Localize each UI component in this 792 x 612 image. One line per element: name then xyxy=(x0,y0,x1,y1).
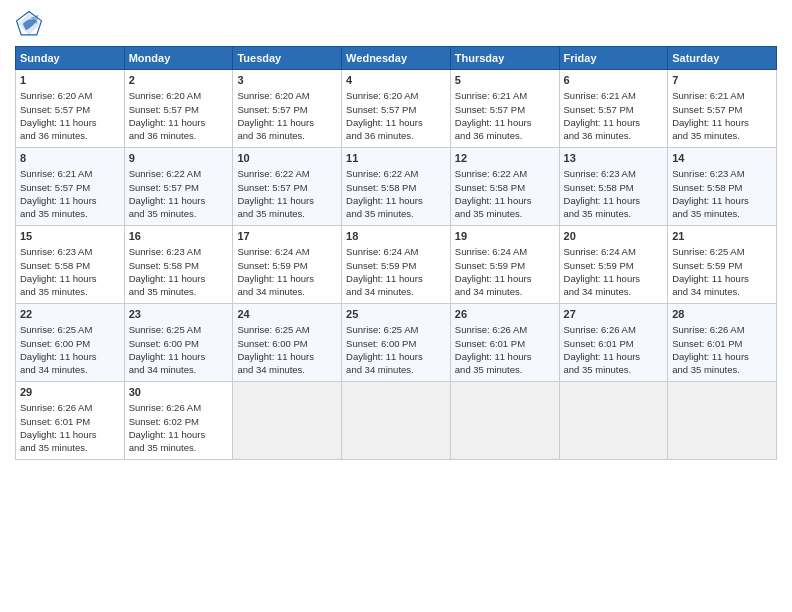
day-info-line: Sunrise: 6:20 AM xyxy=(129,89,229,102)
day-info-line: Sunrise: 6:22 AM xyxy=(237,167,337,180)
calendar-body: 1Sunrise: 6:20 AMSunset: 5:57 PMDaylight… xyxy=(16,70,777,460)
day-info-line: Sunset: 5:58 PM xyxy=(455,181,555,194)
header xyxy=(15,10,777,38)
calendar-cell: 23Sunrise: 6:25 AMSunset: 6:00 PMDayligh… xyxy=(124,304,233,382)
day-info-line: Daylight: 11 hours xyxy=(237,194,337,207)
day-info-line: and 34 minutes. xyxy=(564,285,664,298)
day-info-line: Sunrise: 6:21 AM xyxy=(672,89,772,102)
day-info-line: Daylight: 11 hours xyxy=(346,194,446,207)
day-info-line: Daylight: 11 hours xyxy=(237,272,337,285)
day-info-line: and 35 minutes. xyxy=(672,207,772,220)
day-info-line: Sunrise: 6:25 AM xyxy=(672,245,772,258)
day-info-line: Sunset: 6:00 PM xyxy=(20,337,120,350)
day-number: 22 xyxy=(20,307,120,322)
day-info-line: Daylight: 11 hours xyxy=(129,272,229,285)
day-info-line: Sunset: 5:57 PM xyxy=(564,103,664,116)
calendar-cell: 8Sunrise: 6:21 AMSunset: 5:57 PMDaylight… xyxy=(16,148,125,226)
day-info-line: Sunrise: 6:22 AM xyxy=(129,167,229,180)
day-number: 20 xyxy=(564,229,664,244)
day-info-line: and 34 minutes. xyxy=(20,363,120,376)
day-info-line: Sunset: 5:57 PM xyxy=(20,103,120,116)
day-info-line: Sunrise: 6:23 AM xyxy=(129,245,229,258)
day-info-line: Sunset: 5:57 PM xyxy=(237,181,337,194)
day-number: 30 xyxy=(129,385,229,400)
day-info-line: and 35 minutes. xyxy=(455,207,555,220)
calendar-cell: 28Sunrise: 6:26 AMSunset: 6:01 PMDayligh… xyxy=(668,304,777,382)
day-info-line: Sunset: 5:59 PM xyxy=(672,259,772,272)
day-info-line: Daylight: 11 hours xyxy=(455,350,555,363)
day-header-saturday: Saturday xyxy=(668,47,777,70)
day-info-line: and 34 minutes. xyxy=(237,285,337,298)
day-info-line: and 35 minutes. xyxy=(20,441,120,454)
day-info-line: Daylight: 11 hours xyxy=(129,350,229,363)
day-info-line: Sunset: 5:57 PM xyxy=(129,103,229,116)
day-header-tuesday: Tuesday xyxy=(233,47,342,70)
day-info-line: and 35 minutes. xyxy=(455,363,555,376)
day-info-line: Sunset: 5:58 PM xyxy=(129,259,229,272)
day-number: 6 xyxy=(564,73,664,88)
day-number: 26 xyxy=(455,307,555,322)
day-info-line: Sunrise: 6:20 AM xyxy=(237,89,337,102)
day-info-line: and 34 minutes. xyxy=(129,363,229,376)
day-info-line: and 34 minutes. xyxy=(346,363,446,376)
calendar-cell: 3Sunrise: 6:20 AMSunset: 5:57 PMDaylight… xyxy=(233,70,342,148)
calendar-cell: 27Sunrise: 6:26 AMSunset: 6:01 PMDayligh… xyxy=(559,304,668,382)
day-number: 14 xyxy=(672,151,772,166)
calendar-cell: 25Sunrise: 6:25 AMSunset: 6:00 PMDayligh… xyxy=(342,304,451,382)
day-info-line: Daylight: 11 hours xyxy=(455,272,555,285)
calendar-row: 1Sunrise: 6:20 AMSunset: 5:57 PMDaylight… xyxy=(16,70,777,148)
day-info-line: and 35 minutes. xyxy=(346,207,446,220)
day-info-line: Sunrise: 6:24 AM xyxy=(455,245,555,258)
day-info-line: Daylight: 11 hours xyxy=(237,350,337,363)
calendar-cell: 10Sunrise: 6:22 AMSunset: 5:57 PMDayligh… xyxy=(233,148,342,226)
calendar-cell: 29Sunrise: 6:26 AMSunset: 6:01 PMDayligh… xyxy=(16,382,125,460)
day-info-line: and 35 minutes. xyxy=(20,285,120,298)
day-number: 13 xyxy=(564,151,664,166)
day-info-line: Daylight: 11 hours xyxy=(346,272,446,285)
day-info-line: Sunrise: 6:22 AM xyxy=(346,167,446,180)
day-info-line: and 35 minutes. xyxy=(672,129,772,142)
day-number: 10 xyxy=(237,151,337,166)
day-info-line: Sunrise: 6:21 AM xyxy=(20,167,120,180)
day-info-line: Daylight: 11 hours xyxy=(346,116,446,129)
calendar-cell: 5Sunrise: 6:21 AMSunset: 5:57 PMDaylight… xyxy=(450,70,559,148)
day-info-line: and 36 minutes. xyxy=(129,129,229,142)
day-info-line: Sunrise: 6:25 AM xyxy=(129,323,229,336)
day-info-line: Sunset: 6:01 PM xyxy=(20,415,120,428)
day-info-line: and 35 minutes. xyxy=(129,285,229,298)
day-info-line: Daylight: 11 hours xyxy=(564,272,664,285)
day-info-line: Sunset: 6:01 PM xyxy=(672,337,772,350)
calendar-cell xyxy=(342,382,451,460)
day-info-line: Sunset: 5:58 PM xyxy=(346,181,446,194)
day-info-line: Sunrise: 6:24 AM xyxy=(564,245,664,258)
calendar-cell: 11Sunrise: 6:22 AMSunset: 5:58 PMDayligh… xyxy=(342,148,451,226)
day-header-wednesday: Wednesday xyxy=(342,47,451,70)
day-number: 5 xyxy=(455,73,555,88)
day-number: 19 xyxy=(455,229,555,244)
day-info-line: and 35 minutes. xyxy=(672,363,772,376)
calendar-cell: 26Sunrise: 6:26 AMSunset: 6:01 PMDayligh… xyxy=(450,304,559,382)
day-info-line: and 35 minutes. xyxy=(564,207,664,220)
day-info-line: and 34 minutes. xyxy=(455,285,555,298)
calendar-cell: 17Sunrise: 6:24 AMSunset: 5:59 PMDayligh… xyxy=(233,226,342,304)
day-number: 16 xyxy=(129,229,229,244)
day-info-line: and 35 minutes. xyxy=(237,207,337,220)
day-info-line: Sunset: 6:00 PM xyxy=(129,337,229,350)
day-info-line: Sunset: 5:59 PM xyxy=(455,259,555,272)
day-number: 23 xyxy=(129,307,229,322)
day-number: 11 xyxy=(346,151,446,166)
calendar-cell: 2Sunrise: 6:20 AMSunset: 5:57 PMDaylight… xyxy=(124,70,233,148)
day-info-line: Sunrise: 6:20 AM xyxy=(20,89,120,102)
day-number: 7 xyxy=(672,73,772,88)
day-info-line: Daylight: 11 hours xyxy=(129,194,229,207)
day-info-line: and 34 minutes. xyxy=(237,363,337,376)
day-number: 8 xyxy=(20,151,120,166)
calendar-cell: 15Sunrise: 6:23 AMSunset: 5:58 PMDayligh… xyxy=(16,226,125,304)
day-info-line: Sunset: 6:02 PM xyxy=(129,415,229,428)
day-number: 9 xyxy=(129,151,229,166)
day-number: 15 xyxy=(20,229,120,244)
day-info-line: Sunrise: 6:23 AM xyxy=(672,167,772,180)
day-number: 17 xyxy=(237,229,337,244)
day-info-line: Sunset: 5:57 PM xyxy=(20,181,120,194)
day-info-line: Sunrise: 6:26 AM xyxy=(20,401,120,414)
